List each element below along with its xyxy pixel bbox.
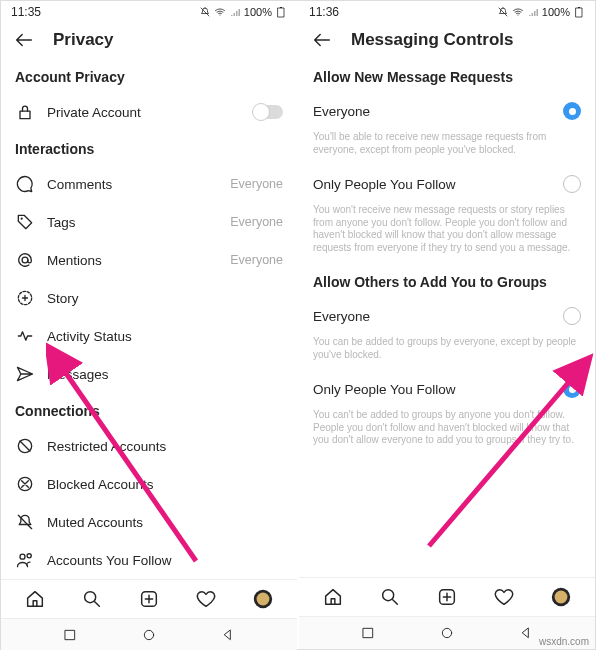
status-bar: 11:35 100% [1, 1, 297, 21]
svg-point-32 [442, 628, 451, 637]
row-private-account[interactable]: Private Account [1, 93, 297, 131]
row-messages[interactable]: Messages [1, 355, 297, 393]
row-story[interactable]: Story [1, 279, 297, 317]
system-nav [1, 618, 297, 650]
blocked-icon [15, 474, 35, 494]
section-allow-requests: Allow New Message Requests [299, 59, 595, 93]
radio-selected-icon[interactable] [563, 102, 581, 120]
following-label: Accounts You Follow [47, 553, 283, 568]
back-icon[interactable] [311, 29, 333, 51]
blocked-label: Blocked Accounts [47, 477, 283, 492]
battery-icon [573, 6, 585, 18]
activity-label: Activity Status [47, 329, 283, 344]
svg-point-23 [517, 15, 518, 16]
svg-point-13 [27, 554, 31, 558]
requests-onlyfollow-helper: You won't receive new message requests o… [299, 202, 595, 264]
row-mentions[interactable]: Mentions Everyone [1, 241, 297, 279]
svg-point-12 [20, 554, 25, 559]
svg-rect-24 [576, 8, 582, 17]
status-time: 11:35 [11, 5, 41, 19]
groups-everyone-helper: You can be added to groups by everyone, … [299, 334, 595, 371]
battery-text: 100% [542, 6, 570, 18]
nav-home-icon[interactable] [322, 586, 344, 608]
header: Privacy [1, 21, 297, 59]
svg-point-1 [219, 15, 220, 16]
row-requests-everyone[interactable]: Everyone [299, 93, 595, 129]
svg-point-14 [85, 592, 96, 603]
following-icon [15, 550, 35, 570]
row-requests-onlyfollow[interactable]: Only People You Follow [299, 166, 595, 202]
nav-activity-icon[interactable] [493, 586, 515, 608]
tag-icon [15, 212, 35, 232]
private-account-label: Private Account [47, 105, 241, 120]
back-icon[interactable] [13, 29, 35, 51]
radio-selected-icon[interactable] [563, 380, 581, 398]
section-account-privacy: Account Privacy [1, 59, 297, 93]
dnd-icon [199, 6, 211, 18]
svg-point-6 [22, 257, 28, 263]
svg-rect-2 [278, 8, 284, 17]
story-icon [15, 288, 35, 308]
muted-icon [15, 512, 35, 532]
nav-search-icon[interactable] [81, 588, 103, 610]
svg-rect-25 [578, 7, 580, 8]
signal-icon [527, 6, 539, 18]
svg-point-18 [256, 593, 269, 606]
messaging-controls-screen: 11:36 100% Messaging Controls Allow New … [299, 1, 595, 649]
story-label: Story [47, 291, 283, 306]
section-interactions: Interactions [1, 131, 297, 165]
nav-profile-icon[interactable] [252, 588, 274, 610]
comment-icon [15, 174, 35, 194]
nav-back-key-icon[interactable] [220, 627, 236, 643]
tags-label: Tags [47, 215, 218, 230]
nav-back-key-icon[interactable] [518, 625, 534, 641]
wifi-icon [512, 6, 524, 18]
battery-icon [275, 6, 287, 18]
messages-icon [15, 364, 35, 384]
nav-home-key-icon[interactable] [439, 625, 455, 641]
mention-icon [15, 250, 35, 270]
nav-search-icon[interactable] [379, 586, 401, 608]
tags-value: Everyone [230, 215, 283, 229]
dnd-icon [497, 6, 509, 18]
row-groups-onlyfollow[interactable]: Only People You Follow [299, 371, 595, 407]
radio-unselected-icon[interactable] [563, 175, 581, 193]
radio-unselected-icon[interactable] [563, 307, 581, 325]
activity-icon [15, 326, 35, 346]
nav-create-icon[interactable] [138, 588, 160, 610]
svg-point-30 [554, 591, 567, 604]
status-bar: 11:36 100% [299, 1, 595, 21]
private-account-toggle[interactable] [253, 105, 283, 119]
mentions-label: Mentions [47, 253, 218, 268]
svg-point-26 [383, 590, 394, 601]
row-blocked[interactable]: Blocked Accounts [1, 465, 297, 503]
nav-recent-icon[interactable] [360, 625, 376, 641]
svg-line-9 [20, 441, 30, 451]
svg-rect-3 [280, 7, 282, 8]
requests-onlyfollow-label: Only People You Follow [313, 177, 551, 192]
row-restricted[interactable]: Restricted Accounts [1, 427, 297, 465]
svg-line-15 [95, 602, 100, 607]
nav-activity-icon[interactable] [195, 588, 217, 610]
comments-value: Everyone [230, 177, 283, 191]
row-activity-status[interactable]: Activity Status [1, 317, 297, 355]
nav-home-icon[interactable] [24, 588, 46, 610]
row-following[interactable]: Accounts You Follow [1, 541, 297, 579]
row-muted[interactable]: Muted Accounts [1, 503, 297, 541]
row-groups-everyone[interactable]: Everyone [299, 298, 595, 334]
comments-label: Comments [47, 177, 218, 192]
messages-label: Messages [47, 367, 283, 382]
nav-recent-icon[interactable] [62, 627, 78, 643]
bottom-nav [299, 577, 595, 616]
svg-point-20 [144, 630, 153, 639]
groups-onlyfollow-helper: You can't be added to groups by anyone y… [299, 407, 595, 457]
nav-home-key-icon[interactable] [141, 627, 157, 643]
row-comments[interactable]: Comments Everyone [1, 165, 297, 203]
row-tags[interactable]: Tags Everyone [1, 203, 297, 241]
svg-rect-4 [20, 111, 30, 119]
nav-create-icon[interactable] [436, 586, 458, 608]
svg-point-5 [21, 218, 23, 220]
bottom-nav [1, 579, 297, 618]
nav-profile-icon[interactable] [550, 586, 572, 608]
groups-everyone-label: Everyone [313, 309, 551, 324]
